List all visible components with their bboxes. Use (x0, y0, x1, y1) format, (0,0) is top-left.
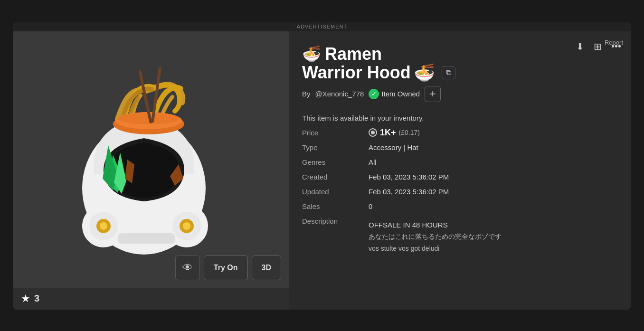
item-title-row: 🍜 Ramen Warrior Hood 🍜 ⧉ (302, 45, 616, 82)
item-name-block: 🍜 Ramen Warrior Hood 🍜 ⧉ (302, 45, 455, 82)
genres-value: All (369, 157, 616, 167)
try-on-button[interactable]: Try On (204, 255, 248, 280)
rating-row: ★ 3 (13, 288, 289, 310)
description-label: Description (302, 216, 369, 254)
item-name-line2: Warrior Hood 🍜 ⧉ (302, 63, 455, 82)
description-extra-2: vos stulte vos got deludi (369, 244, 616, 254)
price-secondary: (£0.17) (399, 129, 420, 136)
svg-point-4 (100, 222, 107, 230)
creator-link[interactable]: @Xenonic_778 (315, 90, 364, 98)
owned-badge: ✓ Item Owned (369, 89, 420, 99)
description-section: OFFSALE IN 48 HOURS あなたはこれに落ちるための完全なボゾです… (369, 220, 616, 254)
created-label: Created (302, 172, 369, 182)
item-image (51, 50, 251, 269)
created-value: Feb 03, 2023 5:36:02 PM (369, 172, 616, 182)
main-container: ADVERTISEMENT (13, 22, 631, 310)
description-value: OFFSALE IN 48 HOURS (369, 220, 616, 230)
preview-icon-button[interactable]: 👁 (175, 255, 200, 280)
sales-label: Sales (302, 201, 369, 211)
grid-button[interactable]: ⊞ (592, 39, 604, 54)
genres-label: Genres (302, 157, 369, 167)
owned-label: Item Owned (381, 90, 420, 98)
creator-prefix: By (302, 90, 311, 98)
svg-rect-9 (118, 233, 175, 244)
price-amount: 1K+ (380, 128, 396, 138)
content-area: 👁 Try On 3D ★ 3 Report ⬇ ⊞ ••• (13, 31, 631, 310)
owned-check-icon: ✓ (369, 89, 379, 99)
image-controls: 👁 Try On 3D (175, 255, 281, 280)
updated-label: Updated (302, 187, 369, 197)
price-value: 1K+ (£0.17) (369, 128, 616, 138)
item-emoji-suffix: 🍜 (414, 63, 435, 82)
rating-count: 3 (34, 293, 39, 304)
divider-1 (302, 108, 616, 108)
creator-row: By @Xenonic_778 ✓ Item Owned + (302, 86, 616, 102)
item-name-line1: Ramen (325, 45, 382, 64)
description-extra-1: あなたはこれに落ちるための完全なボゾです (369, 232, 616, 242)
item-image-container: 👁 Try On 3D (13, 31, 289, 288)
robux-icon (369, 128, 377, 137)
price-label: Price (302, 128, 369, 138)
updated-value: Feb 03, 2023 5:36:02 PM (369, 187, 616, 197)
type-label: Type (302, 142, 369, 152)
advertisement-label: ADVERTISEMENT (13, 22, 631, 31)
details-grid: Price 1K+ (£0.17) Type Accessory | Hat G… (302, 128, 616, 254)
eye-icon: 👁 (182, 262, 193, 274)
type-value: Accessory | Hat (369, 142, 616, 152)
three-d-button[interactable]: 3D (252, 255, 281, 280)
availability-text: This item is available in your inventory… (302, 114, 616, 122)
item-image-panel: 👁 Try On 3D ★ 3 (13, 31, 289, 310)
svg-point-8 (183, 222, 190, 230)
add-button[interactable]: + (425, 86, 441, 102)
report-link[interactable]: Report (605, 39, 623, 46)
item-details-panel: Report ⬇ ⊞ ••• 🔒 🍜 Ramen Warrior Hood 🍜 (289, 31, 631, 310)
star-icon: ★ (21, 293, 30, 305)
copy-button[interactable]: ⧉ (442, 66, 455, 79)
item-emoji-prefix: 🍜 (302, 46, 321, 61)
top-actions: Report ⬇ ⊞ ••• (574, 39, 623, 54)
sales-value: 0 (369, 201, 616, 211)
download-button[interactable]: ⬇ (574, 39, 586, 54)
